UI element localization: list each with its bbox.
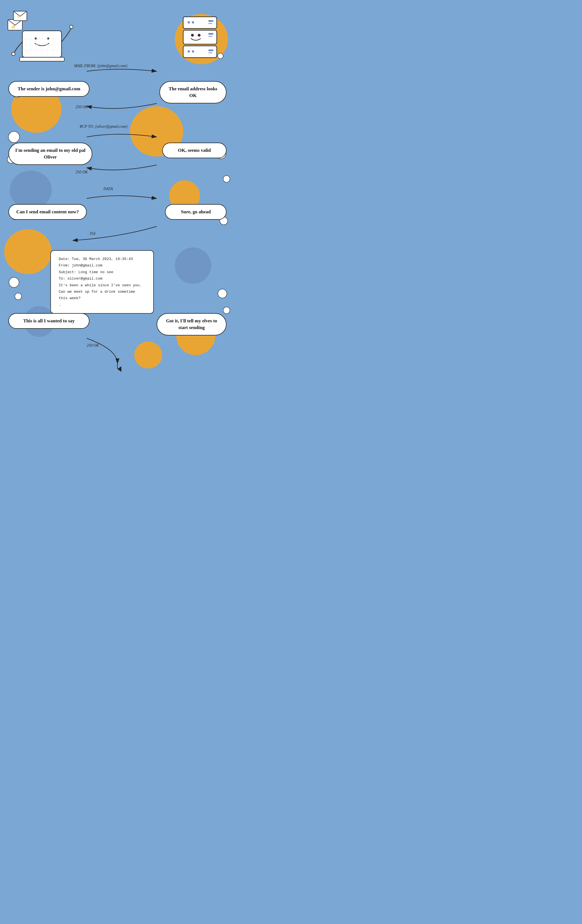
svg-rect-45: [208, 23, 212, 24]
svg-point-2: [10, 170, 52, 210]
ok-250-3-label: 250 OK: [87, 343, 99, 348]
seems-valid-bubble: OK, seems valid: [162, 143, 227, 158]
sender-bubble: The sender is john@gmail.com: [8, 81, 89, 97]
svg-point-52: [188, 50, 190, 53]
svg-point-47: [191, 34, 194, 36]
email-line-dot: .: [59, 302, 146, 308]
svg-text:⚙: ⚙: [17, 15, 20, 18]
svg-point-8: [134, 342, 162, 368]
email-line-from: From: john@gmail.com: [59, 262, 146, 269]
svg-point-5: [175, 248, 211, 284]
svg-text:@: @: [12, 25, 15, 29]
svg-point-4: [4, 229, 52, 274]
svg-point-56: [218, 53, 223, 59]
email-line-to: To: oliver@gmail.com: [59, 276, 146, 282]
ok-250-1-label: 250 OK: [76, 105, 88, 109]
rcpt-to-label: RCP TO: {oliver@gmail.com}: [80, 124, 127, 129]
email-line-date: Date: Tue, 30 March 2023, 19:35:43: [59, 256, 146, 262]
svg-rect-50: [208, 36, 212, 37]
final-arrow: [106, 361, 129, 372]
svg-rect-28: [20, 57, 64, 61]
email-data-box: Date: Tue, 30 March 2023, 19:35:43 From:…: [50, 250, 154, 314]
sure-go-bubble: Sure, go ahead: [165, 204, 227, 220]
svg-point-19: [223, 307, 230, 314]
main-page: @ ⚙: [0, 0, 235, 375]
svg-point-16: [9, 277, 19, 287]
ok-250-2-label: 250 OK: [76, 170, 88, 175]
svg-point-18: [218, 289, 227, 298]
mail-from-label: MAIL FROM: {john@gmail.com}: [74, 64, 127, 68]
svg-point-17: [15, 293, 21, 300]
svg-point-26: [35, 38, 37, 40]
svg-point-39: [12, 52, 15, 56]
svg-point-13: [223, 176, 230, 182]
svg-point-48: [198, 34, 200, 36]
svg-point-43: [192, 21, 194, 23]
svg-rect-55: [208, 52, 212, 53]
svg-rect-49: [208, 33, 213, 35]
laptop-illustration: @ ⚙: [6, 6, 78, 73]
address-ok-bubble: The email address looks OK: [159, 81, 227, 104]
svg-point-27: [47, 38, 49, 40]
svg-point-42: [188, 21, 190, 23]
svg-point-53: [192, 50, 194, 53]
got-it-bubble: Got it, I'll tell my elves to start send…: [157, 313, 227, 335]
sending-email-bubble: I'm sending an email to my old pal Olive…: [8, 143, 92, 165]
svg-point-38: [69, 25, 73, 28]
email-line-body2: Can we meet up for a drink sometime this…: [59, 289, 146, 302]
can-send-bubble: Can I send email content now?: [8, 204, 87, 220]
svg-rect-46: [183, 30, 217, 44]
svg-rect-54: [208, 50, 213, 51]
ok-354-label: 354: [89, 231, 95, 236]
email-line-subject: Subject: Long time no see: [59, 269, 146, 276]
svg-point-10: [8, 131, 20, 143]
this-is-all-bubble: This is all I wanted to say: [8, 313, 89, 329]
svg-rect-44: [208, 20, 213, 22]
email-line-body1: It's been a while since I've seen you.: [59, 282, 146, 289]
data-cmd-label: DATA: [104, 187, 113, 191]
server-illustration: [168, 8, 229, 70]
